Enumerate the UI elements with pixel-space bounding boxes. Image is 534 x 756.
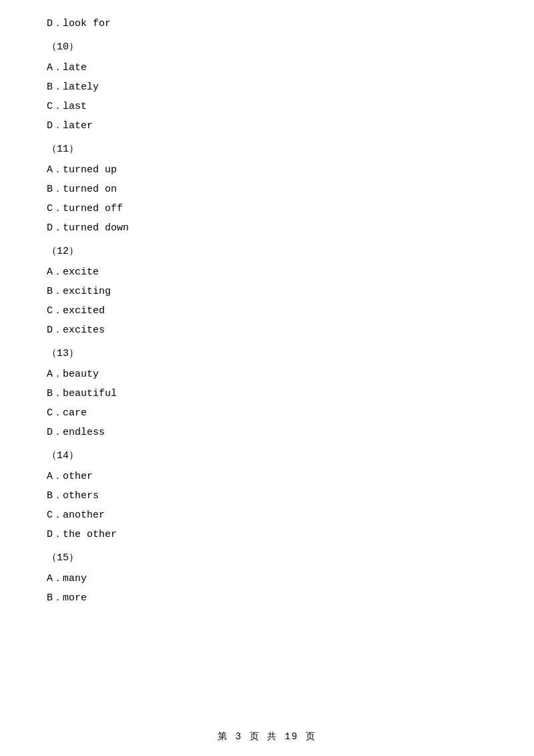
- option-item: C．another: [47, 506, 487, 524]
- main-content: D．look for（10）A．lateB．latelyC．lastD．late…: [0, 0, 534, 648]
- option-item: D．later: [47, 117, 487, 135]
- option-item: B．lately: [47, 78, 487, 96]
- option-item: C．excited: [47, 302, 487, 320]
- option-item: D．turned down: [47, 219, 487, 237]
- question-number: （11）: [47, 140, 487, 158]
- option-item: B．beautiful: [47, 385, 487, 403]
- option-item: A．excite: [47, 263, 487, 281]
- question-number: （14）: [47, 447, 487, 465]
- option-item: C．turned off: [47, 200, 487, 218]
- option-item: B．turned on: [47, 180, 487, 198]
- option-item: A．beauty: [47, 365, 487, 383]
- option-item: A．turned up: [47, 161, 487, 179]
- option-item: D．endless: [47, 423, 487, 441]
- option-item: B．exciting: [47, 282, 487, 301]
- option-item: B．others: [47, 487, 487, 505]
- option-item: A．late: [47, 59, 487, 77]
- question-number: （12）: [47, 242, 487, 260]
- footer-text: 第 3 页 共 19 页: [218, 731, 316, 742]
- option-item: D．look for: [47, 15, 487, 33]
- option-item: D．the other: [47, 526, 487, 544]
- question-number: （10）: [47, 38, 487, 56]
- option-item: C．last: [47, 98, 487, 116]
- question-number: （15）: [47, 549, 487, 567]
- option-item: A．other: [47, 467, 487, 486]
- option-item: D．excites: [47, 321, 487, 339]
- page-footer: 第 3 页 共 19 页: [0, 731, 534, 743]
- option-item: B．more: [47, 589, 487, 607]
- question-number: （13）: [47, 345, 487, 363]
- option-item: A．many: [47, 570, 487, 588]
- option-item: C．care: [47, 404, 487, 422]
